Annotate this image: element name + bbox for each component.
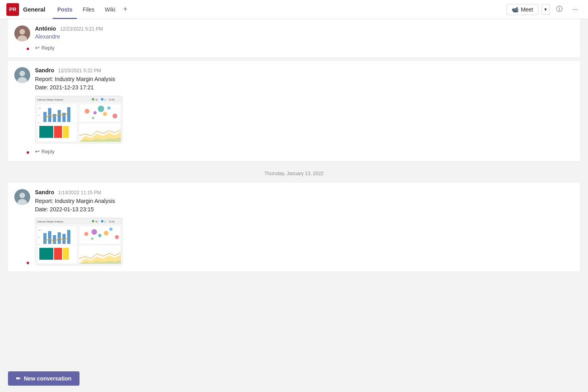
svg-rect-71 xyxy=(63,248,69,260)
message-author: Sandro xyxy=(35,67,54,73)
svg-text:42.5%: 42.5% xyxy=(109,220,115,223)
svg-text:1: 1 xyxy=(105,220,106,223)
date-divider-text: Thursday, January 13, 2022 xyxy=(264,171,324,176)
message-header: Sandro 1/13/2022 11:15 PM xyxy=(35,189,574,195)
tab-files[interactable]: Files xyxy=(78,0,99,19)
svg-rect-54 xyxy=(43,233,47,244)
svg-rect-23 xyxy=(67,107,70,122)
topbar: PR General Posts Files Wiki + 📹 Meet ▾ ⓘ… xyxy=(0,0,588,19)
message-author: Sandro xyxy=(35,189,54,195)
svg-rect-34 xyxy=(54,126,62,138)
svg-point-28 xyxy=(92,117,94,119)
reply-button[interactable]: ↩ Reply xyxy=(35,148,54,154)
reply-icon: ↩ xyxy=(35,44,40,51)
svg-point-26 xyxy=(93,111,97,114)
svg-text:4E: 4E xyxy=(95,220,98,223)
reply-icon: ↩ xyxy=(35,148,40,154)
message-card: António 12/23/2021 5:21 PM Alexandre ↩ R… xyxy=(8,19,580,58)
svg-rect-33 xyxy=(39,126,53,138)
svg-rect-69 xyxy=(39,248,53,260)
svg-point-9 xyxy=(92,98,94,100)
svg-text:50: 50 xyxy=(38,236,40,238)
message-header: Sandro 12/23/2021 5:22 PM xyxy=(35,67,574,73)
svg-rect-55 xyxy=(48,231,51,244)
svg-point-31 xyxy=(113,114,117,118)
status-dot-offline xyxy=(26,47,30,51)
svg-rect-21 xyxy=(58,110,61,122)
svg-point-64 xyxy=(91,238,93,240)
tab-wiki[interactable]: Wiki xyxy=(100,0,120,19)
topbar-right: 📹 Meet ▾ ⓘ ··· xyxy=(506,3,582,16)
message-card: Sandro 1/13/2022 11:15 PM Report: Indust… xyxy=(8,183,580,272)
chart-thumbnail[interactable]: Industry Margin Analysis 4E 1 42.5% 100 … xyxy=(35,218,122,265)
message-header: António 12/23/2021 5:21 PM xyxy=(35,25,574,32)
svg-text:42.5%: 42.5% xyxy=(109,98,115,101)
svg-point-4 xyxy=(19,71,25,76)
meet-button[interactable]: 📹 Meet xyxy=(506,4,538,15)
svg-rect-22 xyxy=(62,113,66,122)
topbar-tabs: Posts Files Wiki + xyxy=(52,0,130,19)
avatar xyxy=(14,25,30,41)
message-text: Report: Industry Margin Analysis Date: 2… xyxy=(35,197,574,214)
avatar-wrap xyxy=(14,25,30,51)
more-options-button[interactable]: ··· xyxy=(569,3,582,16)
svg-point-1 xyxy=(19,29,25,35)
reply-label: Reply xyxy=(41,149,54,154)
new-conversation-button[interactable]: ✏ New conversation xyxy=(8,371,80,386)
svg-text:Industry Margin Analysis: Industry Margin Analysis xyxy=(37,98,63,101)
chart-thumbnail[interactable]: Industry Margin Analysis 4E 1 42.5% 100 … xyxy=(35,96,122,143)
svg-rect-70 xyxy=(54,248,62,260)
message-time: 12/23/2021 5:22 PM xyxy=(58,68,101,73)
tab-posts[interactable]: Posts xyxy=(52,0,77,19)
svg-rect-20 xyxy=(53,114,56,122)
message-body: Sandro 1/13/2022 11:15 PM Report: Indust… xyxy=(35,189,574,265)
svg-point-30 xyxy=(107,106,111,110)
mention-link[interactable]: Alexandre xyxy=(35,33,574,40)
info-button[interactable]: ⓘ xyxy=(553,3,566,16)
camera-icon: 📹 xyxy=(512,6,518,13)
svg-rect-56 xyxy=(53,235,56,244)
message-body: Sandro 12/23/2021 5:22 PM Report: Indust… xyxy=(35,67,574,155)
svg-point-40 xyxy=(19,193,25,198)
svg-point-63 xyxy=(98,234,101,237)
svg-text:50: 50 xyxy=(38,114,40,116)
message-text: Report: Industry Margin Analysis Date: 2… xyxy=(35,75,574,92)
meet-dropdown-button[interactable]: ▾ xyxy=(541,4,550,15)
svg-point-47 xyxy=(101,220,103,222)
status-dot-offline xyxy=(26,261,30,265)
message-card: Sandro 12/23/2021 5:22 PM Report: Indust… xyxy=(8,61,580,161)
svg-text:1: 1 xyxy=(105,98,106,101)
avatar-wrap xyxy=(14,67,30,155)
svg-point-67 xyxy=(115,235,119,239)
svg-point-61 xyxy=(84,232,88,236)
svg-point-11 xyxy=(101,98,103,100)
pr-badge: PR xyxy=(6,3,19,16)
avatar xyxy=(14,189,30,205)
chevron-down-icon: ▾ xyxy=(544,6,547,12)
date-divider: Thursday, January 13, 2022 xyxy=(8,164,580,183)
svg-point-29 xyxy=(103,112,107,116)
svg-rect-59 xyxy=(67,230,70,244)
message-time: 1/13/2022 11:15 PM xyxy=(58,190,101,195)
meet-label: Meet xyxy=(521,6,533,13)
svg-point-27 xyxy=(98,106,104,112)
svg-point-65 xyxy=(104,231,109,236)
svg-text:4E: 4E xyxy=(95,98,98,101)
svg-point-25 xyxy=(85,109,89,114)
new-conversation-label: New conversation xyxy=(24,375,72,382)
message-author: António xyxy=(35,25,56,32)
compose-icon: ✏ xyxy=(16,375,21,382)
status-dot-offline xyxy=(26,151,30,154)
reply-button[interactable]: ↩ Reply xyxy=(35,44,54,51)
reply-label: Reply xyxy=(41,45,54,51)
svg-point-66 xyxy=(109,228,113,231)
svg-text:100: 100 xyxy=(38,229,41,231)
message-body: António 12/23/2021 5:21 PM Alexandre ↩ R… xyxy=(35,25,574,51)
avatar xyxy=(14,67,30,83)
topbar-left: PR General Posts Files Wiki + xyxy=(6,0,130,19)
svg-text:Industry Margin Analysis: Industry Margin Analysis xyxy=(37,220,63,223)
message-time: 12/23/2021 5:21 PM xyxy=(60,26,103,32)
svg-point-45 xyxy=(92,220,94,222)
svg-rect-35 xyxy=(63,126,69,138)
add-tab-button[interactable]: + xyxy=(121,5,130,14)
